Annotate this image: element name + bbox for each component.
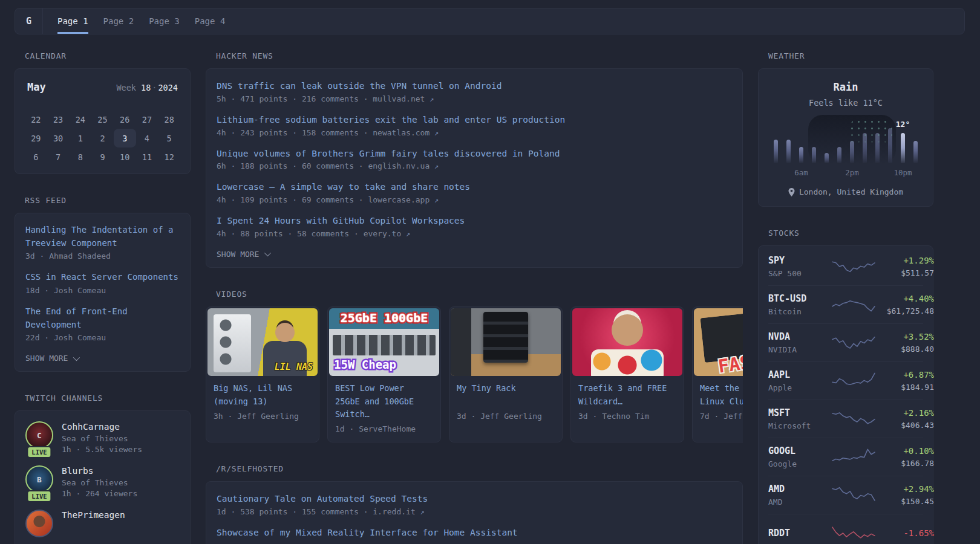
post-title[interactable]: DNS traffic can leak outside the VPN tun… xyxy=(217,80,732,93)
video-card[interactable]: Traefik 3 and FREE Wildcard… 3d · Techno… xyxy=(570,306,684,443)
stock-row[interactable]: BTC-USD Bitcoin +4.40% $61,725.48 xyxy=(768,285,923,323)
post-domain[interactable]: every.to xyxy=(364,229,402,238)
stock-symbol[interactable]: BTC-USD xyxy=(768,293,831,304)
video-title[interactable]: Traefik 3 and FREE Wildcard… xyxy=(578,382,676,409)
section-title-weather: WEATHER xyxy=(768,51,933,60)
meta-separator: · xyxy=(359,94,373,103)
twitch-channel[interactable]: B LIVE Blurbs Sea of Thieves 1h · 264 vi… xyxy=(25,465,180,498)
calendar-day[interactable]: 28 xyxy=(158,110,180,129)
calendar-day[interactable]: 6 xyxy=(25,147,47,166)
rss-article-meta: 3d · Ahmad Shadeed xyxy=(25,251,180,261)
rss-article-title[interactable]: Handling The Indentation of a Treeview C… xyxy=(25,224,180,250)
post-domain[interactable]: i.redd.it xyxy=(373,507,415,516)
post[interactable]: Unique volumes of Brothers Grimm fairy t… xyxy=(217,147,732,171)
twitch-channel-name[interactable]: Blurbs xyxy=(62,466,137,476)
video-title[interactable]: Meet the fastest Linux Cluster… xyxy=(700,382,743,409)
post-title[interactable]: Lithium-free sodium batteries exit the l… xyxy=(217,114,732,127)
calendar-day[interactable]: 8 xyxy=(69,147,91,166)
stock-symbol[interactable]: SPY xyxy=(768,255,831,266)
video-card[interactable]: 25GbE 100GbE15W Cheap BEST Low Power 25G… xyxy=(327,306,441,443)
rss-article-title[interactable]: The End of Front-End Development xyxy=(25,305,180,331)
video-thumbnail[interactable] xyxy=(572,308,682,376)
twitch-channel-name[interactable]: ThePrimeagen xyxy=(62,510,125,520)
section-title-reddit: /R/SELFHOSTED xyxy=(216,464,743,473)
calendar-day[interactable]: 9 xyxy=(91,147,114,166)
stock-symbol[interactable]: AAPL xyxy=(768,369,831,380)
stock-symbol[interactable]: NVDA xyxy=(768,331,831,342)
video-thumbnail[interactable] xyxy=(451,308,561,376)
twitch-channel[interactable]: ThePrimeagen xyxy=(25,510,180,537)
post-title[interactable]: Showcase of my Mixed Reality Interface f… xyxy=(217,526,732,540)
calendar-day[interactable]: 22 xyxy=(25,110,47,129)
post-domain[interactable]: english.nv.ua xyxy=(368,161,430,170)
page-tab[interactable]: Page 4 xyxy=(195,8,226,34)
stock-row[interactable]: NVDA NVIDIA +3.52% $888.40 xyxy=(768,323,923,361)
page-tab[interactable]: Page 3 xyxy=(149,8,180,34)
calendar-day[interactable]: 1 xyxy=(69,129,91,147)
calendar-day[interactable]: 27 xyxy=(136,110,158,129)
calendar-day[interactable]: 30 xyxy=(47,129,70,147)
stock-symbol[interactable]: GOOGL xyxy=(768,445,831,456)
stock-price: $406.43 xyxy=(876,421,934,430)
post-domain[interactable]: newatlas.com xyxy=(373,128,430,137)
post-domain[interactable]: lowercase.app xyxy=(368,195,430,204)
video-card[interactable]: My Tiny Rack 3d · Jeff Geerling xyxy=(449,306,563,443)
post-title[interactable]: Cautionary Tale on Automated Speed Tests xyxy=(217,493,732,506)
post[interactable]: Lowercase – A simple way to take and sha… xyxy=(217,181,732,204)
video-thumbnail[interactable]: 25GbE 100GbE15W Cheap xyxy=(329,308,439,376)
post[interactable]: DNS traffic can leak outside the VPN tun… xyxy=(217,80,732,103)
hackernews-section: HACKER NEWS DNS traffic can leak outside… xyxy=(206,51,743,268)
stock-symbol[interactable]: MSFT xyxy=(768,407,831,418)
page-tab[interactable]: Page 1 xyxy=(57,8,88,34)
calendar-day[interactable]: 26 xyxy=(114,110,136,129)
calendar-day[interactable]: 25 xyxy=(91,110,114,129)
rss-article[interactable]: The End of Front-End Development 22d · J… xyxy=(25,305,180,342)
stock-row[interactable]: RDDT -1.65% xyxy=(768,514,923,544)
calendar-day[interactable]: 11 xyxy=(136,147,158,166)
post[interactable]: I Spent 24 Hours with GitHub Copilot Wor… xyxy=(217,215,732,238)
rss-show-more-button[interactable]: SHOW MORE xyxy=(25,352,180,363)
video-card[interactable]: LIL NAS Big NAS, Lil NAS (moving 13) 3h … xyxy=(206,306,319,443)
hackernews-show-more-button[interactable]: SHOW MORE xyxy=(217,248,732,259)
page-tab[interactable]: Page 2 xyxy=(103,8,134,34)
rss-article-title[interactable]: CSS in React Server Components xyxy=(25,271,180,284)
calendar-day[interactable]: 29 xyxy=(25,129,47,147)
rss-article[interactable]: Handling The Indentation of a Treeview C… xyxy=(25,224,180,261)
post-title[interactable]: Lowercase – A simple way to take and sha… xyxy=(217,181,732,194)
twitch-channel[interactable]: C LIVE CohhCarnage Sea of Thieves 1h · 5… xyxy=(25,421,180,454)
rain-overlay xyxy=(808,115,896,164)
video-meta: 3d · Jeff Geerling xyxy=(457,412,555,421)
rss-article[interactable]: CSS in React Server Components 18d · Jos… xyxy=(25,271,180,295)
post-domain[interactable]: mullvad.net xyxy=(373,94,425,103)
stock-row[interactable]: SPY S&P 500 +1.29% $511.57 xyxy=(768,247,923,285)
stock-symbol[interactable]: AMD xyxy=(768,484,831,494)
calendar-day[interactable]: 5 xyxy=(158,129,180,147)
video-thumbnail[interactable]: LIL NAS xyxy=(207,308,318,376)
video-title[interactable]: My Tiny Rack xyxy=(457,382,555,409)
calendar-day-number: 8 xyxy=(78,152,83,162)
thumbnail-text: LIL NAS xyxy=(275,361,313,372)
video-title[interactable]: BEST Low Power 25GbE and 100GbE Switch… xyxy=(335,382,433,422)
stock-row[interactable]: MSFT Microsoft +2.16% $406.43 xyxy=(768,400,923,438)
post[interactable]: Showcase of my Mixed Reality Interface f… xyxy=(217,526,732,540)
calendar-day[interactable]: 24 xyxy=(69,110,91,129)
stock-row[interactable]: AAPL Apple +6.87% $184.91 xyxy=(768,361,923,400)
video-thumbnail[interactable]: FAS xyxy=(694,308,743,376)
stock-row[interactable]: GOOGL Google +0.10% $166.78 xyxy=(768,438,923,476)
calendar-day[interactable]: 7 xyxy=(47,147,70,166)
post[interactable]: Lithium-free sodium batteries exit the l… xyxy=(217,114,732,137)
calendar-day[interactable]: 2 xyxy=(91,129,114,147)
post-title[interactable]: I Spent 24 Hours with GitHub Copilot Wor… xyxy=(217,215,732,228)
video-card[interactable]: FAS Meet the fastest Linux Cluster… 7d ·… xyxy=(692,306,743,443)
calendar-day[interactable]: 10 xyxy=(114,147,136,166)
twitch-channel-name[interactable]: CohhCarnage xyxy=(62,422,142,432)
stock-symbol[interactable]: RDDT xyxy=(768,528,831,539)
calendar-day[interactable]: 4 xyxy=(136,129,158,147)
stock-row[interactable]: AMD AMD +2.94% $150.45 xyxy=(768,476,923,514)
calendar-day[interactable]: 12 xyxy=(158,147,180,166)
calendar-day[interactable]: 23 xyxy=(47,110,70,129)
calendar-day[interactable]: 3 xyxy=(114,129,136,147)
post[interactable]: Cautionary Tale on Automated Speed Tests… xyxy=(217,493,732,516)
video-title[interactable]: Big NAS, Lil NAS (moving 13) xyxy=(214,382,312,409)
post-title[interactable]: Unique volumes of Brothers Grimm fairy t… xyxy=(217,147,732,161)
